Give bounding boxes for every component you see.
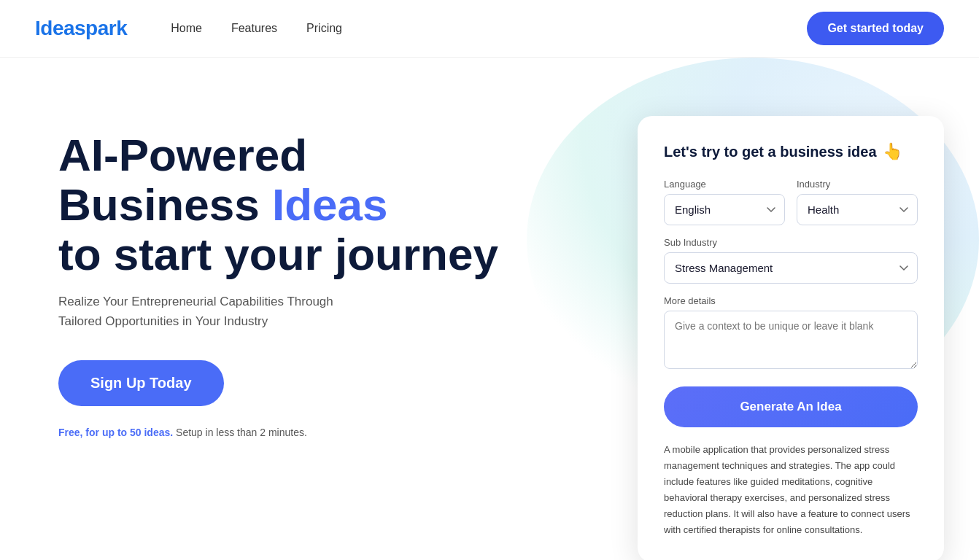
form-row-lang-industry: Language English Spanish French German C…	[664, 179, 918, 225]
nav-features[interactable]: Features	[231, 22, 277, 35]
hero-footnote: Free, for up to 50 ideas. Setup in less …	[58, 427, 498, 438]
headline-business: Business	[58, 179, 272, 230]
nav: Home Features Pricing	[171, 22, 342, 35]
industry-label: Industry	[797, 179, 918, 190]
hero-section: AI-Powered Business Ideas to start your …	[58, 101, 498, 438]
industry-select[interactable]: Health Technology Finance Education Reta…	[797, 194, 918, 225]
hero-subtext: Realize Your Entrepreneurial Capabilitie…	[58, 292, 394, 331]
more-details-group: More details	[664, 295, 918, 369]
card-title-text: Let's try to get a business idea	[664, 144, 877, 160]
more-details-textarea[interactable]	[664, 311, 918, 369]
headline-line1: AI-Powered	[58, 130, 307, 180]
result-text: A mobile application that provides perso…	[664, 442, 918, 539]
footnote-setup: Setup in less than 2 minutes.	[176, 427, 307, 438]
get-started-button[interactable]: Get started today	[807, 12, 944, 45]
idea-card: Let's try to get a business idea 👆 Langu…	[638, 116, 944, 560]
hero-headline: AI-Powered Business Ideas to start your …	[58, 131, 498, 280]
sub-industry-select[interactable]: Stress Management Fitness Nutrition Ment…	[664, 252, 918, 284]
nav-pricing[interactable]: Pricing	[306, 22, 342, 35]
language-group: Language English Spanish French German C…	[664, 179, 785, 225]
sub-industry-label: Sub Industry	[664, 237, 918, 248]
card-title: Let's try to get a business idea 👆	[664, 142, 918, 161]
headline-ideas: Ideas	[272, 179, 388, 230]
footnote-free: Free, for up to 50 ideas.	[58, 427, 173, 438]
header-left: Ideaspark Home Features Pricing	[35, 17, 342, 40]
nav-home[interactable]: Home	[171, 22, 202, 35]
headline-line2: Business Ideas	[58, 179, 387, 230]
sub-industry-group: Sub Industry Stress Management Fitness N…	[664, 237, 918, 284]
card-emoji: 👆	[883, 142, 902, 161]
logo[interactable]: Ideaspark	[35, 17, 127, 40]
more-details-label: More details	[664, 295, 918, 306]
language-select[interactable]: English Spanish French German Chinese	[664, 194, 785, 225]
industry-group: Industry Health Technology Finance Educa…	[797, 179, 918, 225]
headline-line3: to start your journey	[58, 229, 498, 279]
generate-button[interactable]: Generate An Idea	[664, 386, 918, 427]
language-label: Language	[664, 179, 785, 190]
signup-button[interactable]: Sign Up Today	[58, 360, 224, 406]
